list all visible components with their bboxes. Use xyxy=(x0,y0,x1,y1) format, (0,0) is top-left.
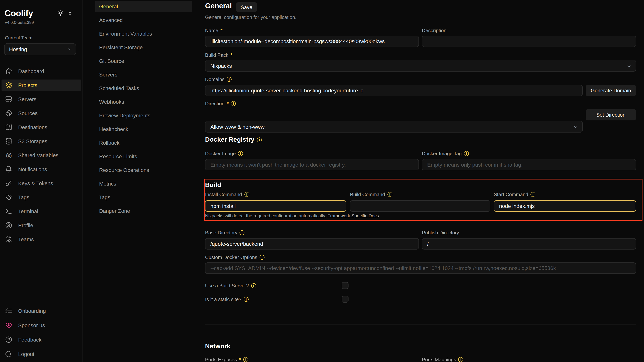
docker-image-tag-label: Docker Image Tag xyxy=(422,151,469,156)
sidebar-item-shared-variables[interactable]: Shared Variables xyxy=(2,150,81,161)
sidebar-footer-nav: Onboarding Sponsor us Feedback Logout xyxy=(2,305,81,360)
info-icon[interactable] xyxy=(227,77,232,82)
description-input[interactable] xyxy=(422,36,636,47)
start-command-input[interactable] xyxy=(494,200,636,212)
name-input[interactable] xyxy=(205,36,419,47)
info-icon[interactable] xyxy=(243,357,248,362)
logo-row: Coolify xyxy=(4,8,78,21)
settings-tab-danger-zone[interactable]: Danger Zone xyxy=(95,206,192,216)
chevron-down-icon xyxy=(67,47,72,52)
database-icon xyxy=(5,137,12,145)
settings-tab-scheduled-tasks[interactable]: Scheduled Tasks xyxy=(95,83,192,94)
use-build-server-checkbox[interactable] xyxy=(342,282,348,289)
static-site-checkbox[interactable] xyxy=(342,296,348,302)
help-circle-icon xyxy=(5,336,12,343)
git-source-icon xyxy=(5,109,12,117)
sidebar-item-teams[interactable]: Teams xyxy=(2,234,81,245)
sidebar-item-s3-storages[interactable]: S3 Storages xyxy=(2,136,81,147)
name-label: Name* xyxy=(205,28,222,33)
settings-tab-general[interactable]: General xyxy=(95,1,192,12)
base-directory-label: Base Directory xyxy=(205,230,244,235)
ports-mappings-label: Ports Mappings xyxy=(422,357,463,362)
sidebar: Coolify v4.0.0-beta.399 Current Team Hos… xyxy=(0,0,82,362)
theme-toggle-sun-icon[interactable] xyxy=(57,10,64,17)
set-direction-button[interactable]: Set Direction xyxy=(586,109,636,120)
settings-tab-preview-deployments[interactable]: Preview Deployments xyxy=(95,110,192,121)
docker-image-input[interactable] xyxy=(205,159,419,170)
save-button[interactable]: Save xyxy=(236,2,257,12)
settings-tab-resource-limits[interactable]: Resource Limits xyxy=(95,151,192,162)
build-pack-select[interactable]: Nixpacks xyxy=(205,60,636,72)
build-command-label: Build Command xyxy=(350,192,392,197)
sidebar-item-destinations[interactable]: Destinations xyxy=(2,122,81,133)
app-version: v4.0.0-beta.399 xyxy=(5,20,34,25)
switch-chevrons-icon[interactable] xyxy=(67,11,73,16)
sidebar-item-servers[interactable]: Servers xyxy=(2,94,81,105)
info-icon[interactable] xyxy=(238,151,243,156)
info-icon[interactable] xyxy=(231,101,236,106)
server-icon xyxy=(5,95,12,103)
settings-tab-webhooks[interactable]: Webhooks xyxy=(95,97,192,107)
bell-icon xyxy=(5,165,12,173)
sidebar-item-onboarding[interactable]: Onboarding xyxy=(2,305,81,316)
tags-icon xyxy=(5,193,12,201)
list-checks-icon xyxy=(5,307,12,315)
main-content: General Save General configuration for y… xyxy=(205,0,636,362)
map-icon xyxy=(5,123,12,131)
sidebar-nav: Dashboard Projects Servers Sources Desti… xyxy=(2,66,81,245)
custom-docker-options-input[interactable] xyxy=(205,262,636,274)
sidebar-item-sources[interactable]: Sources xyxy=(2,108,81,119)
base-directory-input[interactable] xyxy=(205,238,419,249)
sidebar-item-sponsor-us[interactable]: Sponsor us xyxy=(2,319,81,331)
start-command-label: Start Command xyxy=(494,192,536,197)
info-icon[interactable] xyxy=(530,192,536,197)
build-command-input[interactable] xyxy=(350,200,490,212)
settings-tab-servers[interactable]: Servers xyxy=(95,69,192,80)
publish-directory-input[interactable] xyxy=(422,238,636,249)
domains-label: Domains xyxy=(205,77,232,82)
info-icon[interactable] xyxy=(251,283,256,288)
sidebar-item-keys-tokens[interactable]: Keys & Tokens xyxy=(2,178,81,189)
page-subtitle: General configuration for your applicati… xyxy=(205,15,296,20)
info-icon[interactable] xyxy=(458,357,463,362)
info-icon[interactable] xyxy=(464,151,469,156)
domains-input[interactable] xyxy=(205,85,583,96)
sidebar-item-notifications[interactable]: Notifications xyxy=(2,164,81,175)
sidebar-item-logout[interactable]: Logout xyxy=(2,348,81,360)
static-site-label: Is it a static site? xyxy=(205,296,248,302)
settings-tab-persistent-storage[interactable]: Persistent Storage xyxy=(95,42,192,53)
info-icon[interactable] xyxy=(387,192,392,197)
settings-tab-advanced[interactable]: Advanced xyxy=(95,15,192,25)
team-select-value: Hosting xyxy=(9,46,27,52)
sidebar-item-profile[interactable]: Profile xyxy=(2,220,81,231)
settings-tab-tags[interactable]: Tags xyxy=(95,192,192,203)
settings-tab-environment-variables[interactable]: Environment Variables xyxy=(95,29,192,39)
info-icon[interactable] xyxy=(240,230,244,235)
settings-tab-rollback[interactable]: Rollback xyxy=(95,137,192,148)
docker-image-label: Docker Image xyxy=(205,151,243,156)
settings-tab-healthcheck[interactable]: Healthcheck xyxy=(95,124,192,134)
info-icon[interactable] xyxy=(257,137,262,142)
sidebar-item-feedback[interactable]: Feedback xyxy=(2,334,81,345)
heart-hands-icon xyxy=(5,321,12,329)
framework-docs-link[interactable]: Framework Specific Docs xyxy=(328,213,379,218)
build-pack-label: Build Pack* xyxy=(205,52,232,58)
direction-select[interactable]: Allow www & non-www. xyxy=(205,121,583,133)
generate-domain-button[interactable]: Generate Domain xyxy=(586,85,636,96)
settings-tab-git-source[interactable]: Git Source xyxy=(95,56,192,66)
users-icon xyxy=(5,235,12,243)
info-icon[interactable] xyxy=(260,255,264,260)
build-heading: Build xyxy=(205,181,221,189)
sidebar-item-terminal[interactable]: Terminal xyxy=(2,206,81,217)
sidebar-item-projects[interactable]: Projects xyxy=(2,80,81,91)
sidebar-item-tags[interactable]: Tags xyxy=(2,192,81,203)
docker-image-tag-input[interactable] xyxy=(422,159,636,170)
info-icon[interactable] xyxy=(244,192,249,197)
install-command-input[interactable] xyxy=(205,200,346,212)
info-icon[interactable] xyxy=(244,297,248,302)
settings-tab-metrics[interactable]: Metrics xyxy=(95,178,192,189)
settings-tab-resource-operations[interactable]: Resource Operations xyxy=(95,165,192,175)
sidebar-item-dashboard[interactable]: Dashboard xyxy=(2,66,81,77)
team-select[interactable]: Hosting xyxy=(4,43,76,55)
home-icon xyxy=(5,67,12,75)
